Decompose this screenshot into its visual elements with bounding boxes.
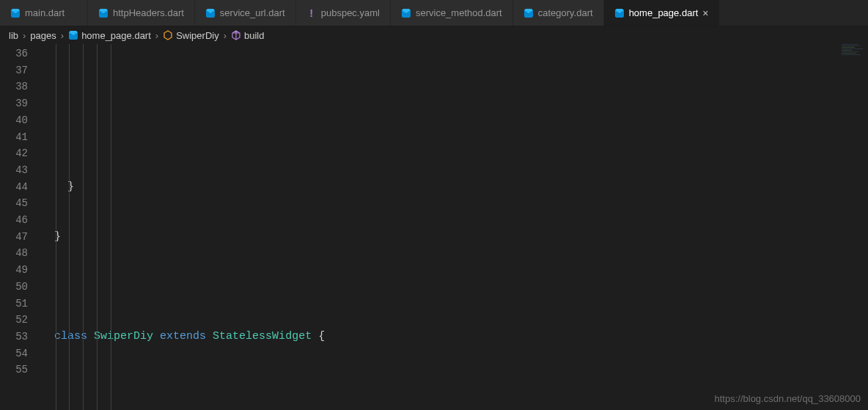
line-number: 50 bbox=[0, 279, 28, 296]
dart-icon bbox=[10, 8, 21, 18]
chevron-right-icon: › bbox=[61, 30, 64, 41]
minimap[interactable] bbox=[842, 44, 868, 132]
tab-service-url-dart[interactable]: service_url.dart bbox=[195, 0, 296, 26]
code-area[interactable]: } } class SwiperDiy extends StatelessWid… bbox=[41, 44, 868, 410]
line-number: 37 bbox=[0, 62, 28, 79]
line-number: 49 bbox=[0, 262, 28, 279]
breadcrumb-item[interactable]: pages bbox=[30, 30, 56, 41]
dart-icon bbox=[68, 30, 78, 40]
tab-label: home_page.dart bbox=[629, 7, 699, 18]
tab-home-page-dart[interactable]: home_page.dart × bbox=[604, 0, 720, 26]
breadcrumb-item[interactable]: home_page.dart bbox=[81, 30, 151, 41]
tab-label: httpHeaders.dart bbox=[113, 7, 184, 18]
code-line bbox=[41, 279, 868, 296]
dart-icon bbox=[523, 8, 534, 18]
tab-label: pubspec.yaml bbox=[321, 7, 380, 18]
code-line: class SwiperDiy extends StatelessWidget … bbox=[41, 329, 868, 345]
class-icon bbox=[163, 30, 173, 40]
line-number: 52 bbox=[0, 312, 28, 329]
line-number: 55 bbox=[0, 362, 28, 378]
breadcrumb-item[interactable]: SwiperDiy bbox=[176, 30, 219, 41]
chevron-right-icon: › bbox=[155, 30, 158, 41]
yaml-icon: ! bbox=[306, 7, 317, 19]
line-number: 41 bbox=[0, 129, 28, 146]
line-number: 36 bbox=[0, 45, 28, 62]
code-editor[interactable]: 36 37 38 39 40 41 42 43 44 45 46 47 48 4… bbox=[0, 44, 868, 410]
tab-main-dart[interactable]: main.dart bbox=[0, 0, 88, 26]
breadcrumb-item[interactable]: build bbox=[244, 30, 264, 41]
code-line: } bbox=[41, 179, 868, 196]
close-icon[interactable]: × bbox=[702, 7, 708, 19]
breadcrumb: lib › pages › home_page.dart › SwiperDiy… bbox=[0, 26, 868, 44]
tab-service-method-dart[interactable]: service_method.dart bbox=[391, 0, 513, 26]
dart-icon bbox=[401, 8, 411, 18]
line-number: 40 bbox=[0, 112, 28, 129]
dart-icon bbox=[205, 8, 216, 18]
tab-httpheaders-dart[interactable]: httpHeaders.dart bbox=[88, 0, 195, 26]
line-number: 39 bbox=[0, 95, 28, 112]
method-icon bbox=[231, 30, 241, 40]
breadcrumb-item[interactable]: lib bbox=[9, 30, 18, 41]
code-line: } bbox=[41, 229, 868, 246]
chevron-right-icon: › bbox=[224, 30, 227, 41]
tab-category-dart[interactable]: category.dart bbox=[513, 0, 604, 26]
line-number: 45 bbox=[0, 195, 28, 212]
line-number: 54 bbox=[0, 345, 28, 362]
line-number: 48 bbox=[0, 245, 28, 262]
line-number: 42 bbox=[0, 145, 28, 162]
dart-icon bbox=[98, 8, 108, 18]
line-number: 53 bbox=[0, 329, 28, 345]
line-gutter: 36 37 38 39 40 41 42 43 44 45 46 47 48 4… bbox=[0, 44, 41, 410]
line-number: 46 bbox=[0, 212, 28, 229]
editor-tabs: main.dart httpHeaders.dart service_url.d… bbox=[0, 0, 868, 26]
tab-pubspec-yaml[interactable]: ! pubspec.yaml bbox=[296, 0, 391, 26]
line-number: 44 bbox=[0, 179, 28, 196]
tab-label: category.dart bbox=[538, 7, 593, 18]
line-number: 43 bbox=[0, 162, 28, 179]
line-number: 47 bbox=[0, 229, 28, 246]
tab-label: main.dart bbox=[25, 7, 65, 18]
line-number: 38 bbox=[0, 78, 28, 95]
chevron-right-icon: › bbox=[23, 30, 26, 41]
dart-icon bbox=[614, 8, 625, 18]
tab-label: service_url.dart bbox=[220, 7, 285, 18]
line-number: 51 bbox=[0, 296, 28, 312]
tab-label: service_method.dart bbox=[416, 7, 502, 18]
watermark-text: https://blog.csdn.net/qq_33608000 bbox=[715, 393, 861, 404]
